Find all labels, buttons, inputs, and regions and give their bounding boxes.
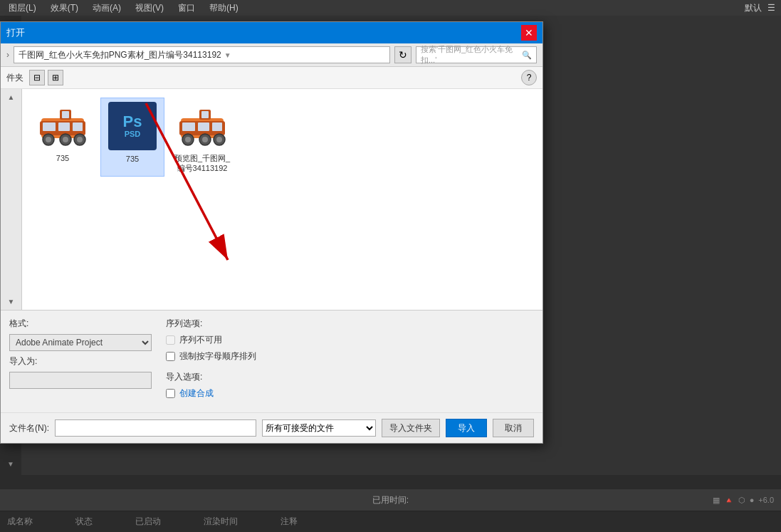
search-bar[interactable]: 搜索'千图网_红色小火车免扣...' 🔍 (416, 46, 537, 63)
file-name-3: 预览图_千图网_编号34113192 (173, 153, 231, 174)
address-breadcrumb[interactable]: 千图网_红色小火车免扣PNG素材_图片编号34113192 ▼ (14, 46, 390, 63)
svg-rect-14 (43, 122, 56, 131)
svg-point-7 (46, 137, 51, 142)
file-name-2: 735 (126, 154, 139, 164)
dialog-addressbar: › 千图网_红色小火车免扣PNG素材_图片编号34113192 ▼ ↻ 搜索'千… (1, 43, 542, 67)
psd-label: PSD (125, 130, 141, 138)
menu-item-effects[interactable]: 效果(T) (48, 1, 81, 16)
status-col-started: 已启动 (135, 516, 161, 528)
create-composite-row: 创建合成 (166, 387, 256, 400)
format-label: 格式: (9, 318, 152, 330)
sequence-col: 序列选项: 序列不可用 强制按字母顺序排列 导入选项: 创建合成 (166, 318, 256, 400)
dialog-browser: ▲ ▼ (1, 89, 542, 310)
import-options-col: 导入选项: 创建合成 (166, 371, 256, 400)
force-alphabetical-row: 强制按字母顺序排列 (166, 350, 256, 363)
default-label: 默认 (745, 2, 762, 14)
dialog-title: 打开 (6, 26, 25, 39)
menu-item-window[interactable]: 窗口 (175, 1, 198, 16)
expand-icon-down[interactable]: ▼ (8, 298, 15, 306)
search-placeholder: 搜索'千图网_红色小火车免扣...' (421, 44, 522, 66)
svg-rect-15 (58, 122, 70, 131)
file-icon-2: Ps PSD (108, 101, 157, 151)
toolbar-label-60: +6.0 (758, 496, 774, 504)
svg-point-20 (185, 137, 191, 142)
menu-item-view[interactable]: 视图(V) (132, 1, 167, 16)
svg-rect-16 (73, 122, 83, 131)
svg-point-11 (77, 137, 83, 142)
svg-point-22 (202, 137, 208, 142)
bottom-toolbar: 已用时间: ▦ 🔺 ⬡ ● +6.0 (0, 489, 781, 511)
import-folder-button[interactable]: 导入文件夹 (382, 419, 440, 437)
menu-item-help[interactable]: 帮助(H) (206, 1, 241, 16)
help-button[interactable]: ? (521, 70, 537, 85)
force-alphabetical-checkbox[interactable] (166, 352, 175, 361)
create-composite-link[interactable]: 创建合成 (179, 387, 214, 400)
form-row-1: 格式: Adobe Animate Project 导入为: 序列选项: 序列不… (9, 318, 534, 400)
format-select[interactable]: Adobe Animate Project (9, 334, 152, 351)
status-col-render-time: 渲染时间 (204, 516, 238, 528)
right-toolbar-icons: ▦ 🔺 ⬡ ● +6.0 (713, 496, 774, 505)
view-button-2[interactable]: ⊞ (48, 70, 63, 85)
sequence-unavailable-checkbox[interactable] (166, 335, 175, 345)
create-composite-checkbox[interactable] (166, 389, 175, 398)
toolbar-label: 件夹 (6, 72, 23, 84)
search-icon: 🔍 (522, 51, 532, 60)
svg-rect-13 (62, 111, 69, 118)
file-name-1: 735 (56, 153, 69, 163)
format-col: 格式: Adobe Animate Project 导入为: (9, 318, 152, 400)
dialog-buttons: 文件名(N): 所有可接受的文件 导入文件夹 导入 取消 (1, 412, 542, 443)
dialog-titlebar: 打开 ✕ (1, 22, 542, 43)
import-as-label: 导入为: (9, 355, 152, 367)
psd-ps-text: Ps (123, 114, 142, 130)
file-item-3[interactable]: 预览图_千图网_编号34113192 (170, 98, 234, 177)
svg-point-9 (63, 137, 68, 142)
svg-rect-28 (198, 122, 209, 131)
toolbar-icon-2: 🔺 (724, 496, 734, 505)
psd-icon: Ps PSD (108, 102, 157, 150)
cancel-button[interactable]: 取消 (493, 419, 534, 437)
import-button[interactable]: 导入 (446, 419, 487, 437)
browser-sidebar: ▲ ▼ (1, 89, 22, 310)
filename-input[interactable] (55, 419, 256, 437)
force-alphabetical-label: 强制按字母顺序排列 (179, 350, 256, 363)
filetype-select[interactable]: 所有可接受的文件 (262, 419, 376, 437)
import-as-input[interactable] (9, 372, 152, 389)
sequence-unavailable-row: 序列不可用 (166, 334, 256, 346)
toolbar-icon-4: ● (750, 496, 755, 504)
back-icon[interactable]: › (6, 50, 9, 60)
filename-label: 文件名(N): (9, 422, 49, 434)
svg-rect-26 (201, 111, 209, 118)
status-col-status: 状态 (75, 516, 93, 528)
file-icon-3 (177, 100, 227, 150)
import-options-label: 导入选项: (166, 371, 256, 383)
sequence-label: 序列选项: (166, 318, 256, 330)
status-col-name: 成名称 (7, 516, 33, 528)
toolbar-icon-1: ▦ (713, 496, 720, 505)
svg-rect-29 (212, 122, 222, 131)
menu-item-animation[interactable]: 动画(A) (90, 1, 124, 16)
dialog-close-button[interactable]: ✕ (521, 25, 537, 41)
menu-item-layers[interactable]: 图层(L) (6, 1, 39, 16)
menu-bar: 图层(L) 效果(T) 动画(A) 视图(V) 窗口 帮助(H) 默认 ☰ (0, 0, 781, 16)
file-item-2[interactable]: Ps PSD 735 (100, 98, 164, 177)
expand-icon-up[interactable]: ▲ (8, 93, 15, 101)
breadcrumb-chevron: ▼ (224, 51, 231, 59)
view-button-1[interactable]: ⊟ (29, 70, 45, 85)
menu-icon[interactable]: ☰ (767, 3, 775, 13)
breadcrumb-text: 千图网_红色小火车免扣PNG素材_图片编号34113192 (19, 49, 221, 61)
dialog-toolbar: 件夹 ⊟ ⊞ ? (1, 67, 542, 89)
dialog-form: 格式: Adobe Animate Project 导入为: 序列选项: 序列不… (1, 310, 542, 412)
open-dialog: 打开 ✕ › 千图网_红色小火车免扣PNG素材_图片编号34113192 ▼ ↻… (0, 21, 543, 444)
svg-rect-27 (182, 122, 195, 131)
sequence-unavailable-label: 序列不可用 (179, 334, 222, 346)
status-bar: 成名称 状态 已启动 渲染时间 注释 (0, 511, 781, 532)
toolbar-icon-3: ⬡ (738, 496, 745, 505)
refresh-button[interactable]: ↻ (394, 46, 412, 63)
browser-main[interactable]: 735 Ps PSD 735 (22, 89, 542, 310)
svg-point-24 (216, 137, 222, 142)
file-item-1[interactable]: 735 (31, 98, 95, 177)
expand-icon-bottom[interactable]: ▼ (7, 460, 14, 468)
status-col-notes: 注释 (281, 516, 298, 528)
file-icon-1 (38, 100, 88, 150)
elapsed-time-label: 已用时间: (372, 494, 409, 506)
